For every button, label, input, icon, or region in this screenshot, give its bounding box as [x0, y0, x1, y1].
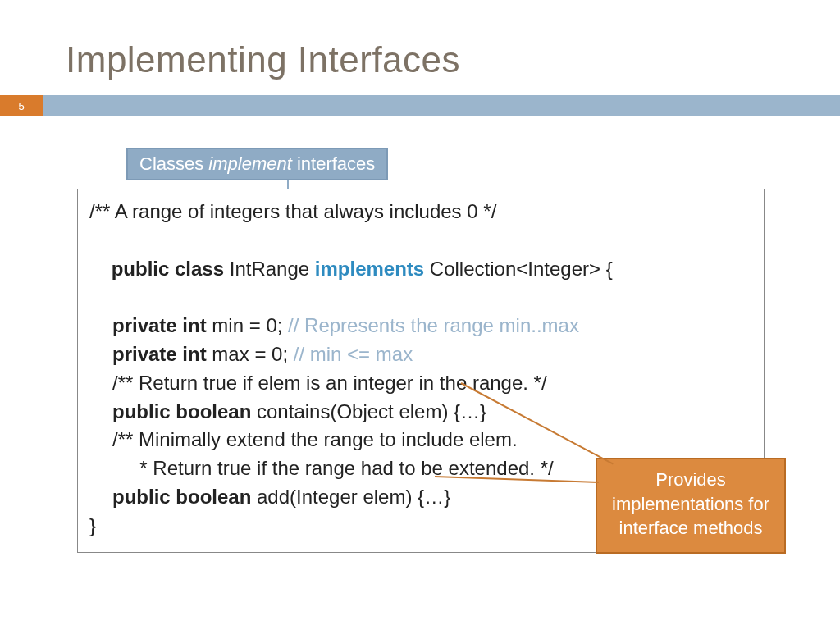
- code-line-2: public class IntRange implements Collect…: [89, 226, 752, 312]
- code-l4a: max = 0;: [207, 343, 294, 365]
- kw-implements: implements: [315, 258, 424, 280]
- code-l2a: IntRange: [224, 258, 315, 280]
- code-l9a: add(Integer elem) {…}: [251, 486, 450, 508]
- callout-text-em: implement: [208, 153, 291, 174]
- code-line-6: public boolean contains(Object elem) {…}: [89, 398, 752, 427]
- kw-private-int-2: private int: [112, 343, 207, 365]
- callout-classes-implement: Classes implement interfaces: [126, 148, 388, 180]
- code-line-3: private int min = 0; // Represents the r…: [89, 312, 752, 340]
- header-bar-fill: [43, 95, 840, 116]
- callout-text-pre: Classes: [139, 153, 208, 174]
- kw-public-class: public class: [112, 258, 224, 280]
- comment-1: // Represents the range min..max: [288, 314, 579, 336]
- callout-text-post: interfaces: [292, 153, 376, 174]
- comment-2: // min <= max: [294, 343, 413, 365]
- kw-private-int-1: private int: [112, 314, 207, 336]
- header-bar: 5: [0, 95, 840, 116]
- callout-provides-implementations: Provides implementations for interface m…: [596, 458, 786, 554]
- code-line-5: /** Return true if elem is an integer in…: [89, 369, 752, 398]
- code-l2b: Collection<Integer> {: [424, 258, 613, 280]
- kw-public-boolean-2: public boolean: [112, 486, 251, 508]
- kw-public-boolean-1: public boolean: [112, 400, 251, 422]
- code-l3a: min = 0;: [207, 314, 288, 336]
- code-line-1: /** A range of integers that always incl…: [89, 198, 752, 226]
- slide-title: Implementing Interfaces: [0, 0, 840, 95]
- code-line-4: private int max = 0; // min <= max: [89, 340, 752, 369]
- page-number-badge: 5: [0, 95, 43, 116]
- code-line-7: /** Minimally extend the range to includ…: [89, 426, 752, 454]
- code-l6a: contains(Object elem) {…}: [251, 400, 486, 422]
